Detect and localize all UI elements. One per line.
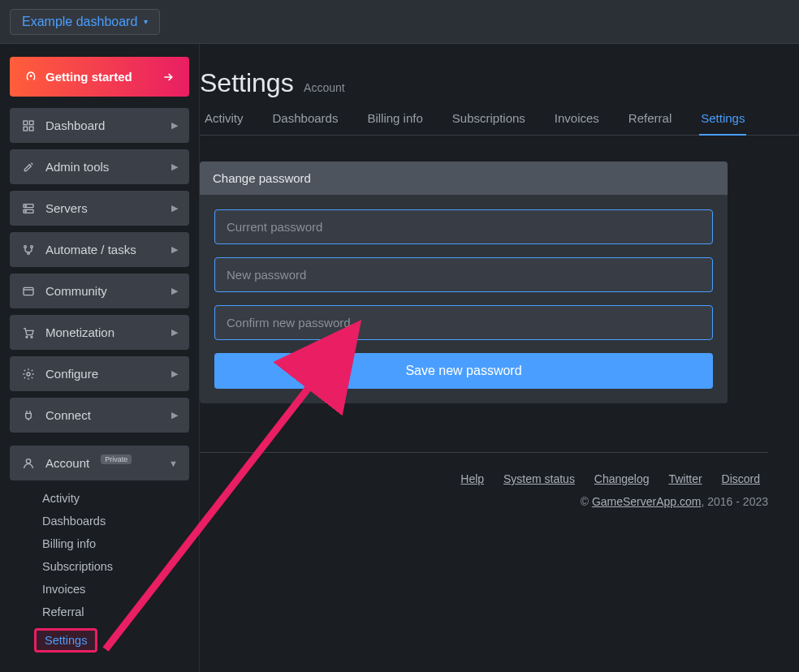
svg-rect-3	[29, 127, 33, 131]
sidebar-item-monetization[interactable]: Monetization ▶	[10, 315, 189, 350]
tools-icon	[21, 161, 36, 174]
user-icon	[21, 457, 36, 470]
copyright-prefix: ©	[581, 495, 592, 508]
main-content: Settings Account Activity Dashboards Bil…	[199, 44, 799, 672]
footer-link-discord[interactable]: Discord	[722, 472, 760, 485]
chevron-right-icon: ▶	[171, 203, 178, 213]
svg-rect-2	[24, 127, 28, 131]
chevron-right-icon: ▶	[171, 244, 178, 255]
rocket-icon	[24, 71, 37, 84]
svg-point-15	[26, 459, 30, 463]
chevron-right-icon: ▶	[171, 120, 178, 131]
dashboard-selector[interactable]: Example dashboard ▾	[10, 9, 160, 35]
footer-link-twitter[interactable]: Twitter	[668, 472, 702, 485]
window-icon	[21, 285, 36, 298]
sidebar-item-label: Configure	[45, 367, 98, 381]
sub-item-activity[interactable]: Activity	[13, 487, 189, 510]
svg-point-6	[25, 205, 26, 206]
sidebar-item-label: Community	[45, 284, 107, 298]
branch-icon	[21, 243, 36, 256]
tabs: Activity Dashboards Billing info Subscri…	[200, 103, 799, 136]
footer: Help System status Changelog Twitter Dis…	[200, 452, 768, 508]
sub-item-dashboards[interactable]: Dashboards	[13, 510, 189, 532]
cart-icon	[21, 326, 36, 339]
sidebar-item-dashboard[interactable]: Dashboard ▶	[10, 108, 189, 143]
dashboard-selector-label: Example dashboard	[22, 15, 137, 29]
new-password-input[interactable]	[214, 257, 713, 292]
tab-subscriptions[interactable]: Subscriptions	[451, 103, 527, 135]
svg-rect-1	[29, 121, 33, 125]
svg-point-13	[31, 336, 32, 338]
sidebar-item-configure[interactable]: Configure ▶	[10, 356, 189, 391]
getting-started-label: Getting started	[45, 70, 132, 84]
grid-icon	[21, 119, 36, 132]
svg-point-8	[24, 245, 27, 248]
chevron-right-icon: ▶	[171, 368, 178, 379]
sidebar-item-label: Account	[45, 456, 89, 470]
arrow-right-icon	[162, 71, 175, 84]
panel-title: Change password	[200, 162, 728, 195]
sidebar-item-account[interactable]: Account Private ▼	[10, 446, 189, 480]
page-title: Settings	[200, 68, 294, 97]
sub-item-referral[interactable]: Referral	[13, 601, 189, 623]
sidebar-item-label: Monetization	[45, 325, 114, 339]
tab-dashboards[interactable]: Dashboards	[271, 103, 340, 135]
sidebar-item-connect[interactable]: Connect ▶	[10, 398, 189, 433]
sidebar-item-admin-tools[interactable]: Admin tools ▶	[10, 149, 189, 184]
sub-item-settings[interactable]: Settings	[13, 623, 189, 657]
sidebar-item-community[interactable]: Community ▶	[10, 274, 189, 308]
sidebar-item-label: Servers	[45, 201, 88, 215]
sidebar-item-label: Connect	[45, 408, 91, 422]
sidebar-item-servers[interactable]: Servers ▶	[10, 191, 189, 226]
sidebar-item-label: Dashboard	[45, 118, 105, 132]
sub-item-invoices[interactable]: Invoices	[13, 578, 189, 601]
tab-activity[interactable]: Activity	[203, 103, 245, 135]
svg-point-14	[27, 373, 30, 376]
account-submenu: Activity Dashboards Billing info Subscri…	[10, 487, 189, 657]
footer-link-gsa[interactable]: GameServerApp.com	[592, 495, 702, 508]
sidebar-item-label: Automate / tasks	[45, 243, 136, 256]
svg-point-12	[26, 336, 28, 338]
footer-link-changelog[interactable]: Changelog	[594, 472, 650, 485]
sidebar-item-label: Admin tools	[45, 160, 109, 174]
confirm-password-input[interactable]	[214, 305, 713, 340]
chevron-down-icon: ▾	[144, 17, 148, 26]
sidebar: Getting started Dashboard ▶ Admin tools …	[0, 44, 199, 672]
footer-link-status[interactable]: System status	[503, 472, 575, 485]
footer-link-help[interactable]: Help	[460, 472, 484, 485]
tab-invoices[interactable]: Invoices	[553, 103, 601, 135]
change-password-panel: Change password Save new password	[200, 162, 728, 403]
svg-point-9	[31, 245, 33, 248]
gear-icon	[21, 368, 36, 381]
chevron-right-icon: ▶	[171, 410, 178, 420]
tab-referral[interactable]: Referral	[627, 103, 673, 135]
server-icon	[21, 202, 36, 215]
svg-rect-11	[24, 287, 33, 295]
chevron-right-icon: ▶	[171, 286, 178, 296]
svg-point-7	[25, 210, 26, 211]
tab-billing[interactable]: Billing info	[365, 103, 424, 135]
tab-settings[interactable]: Settings	[699, 103, 746, 135]
page-subtitle: Account	[304, 81, 345, 94]
getting-started-button[interactable]: Getting started	[10, 57, 189, 97]
chevron-right-icon: ▶	[171, 162, 178, 172]
current-password-input[interactable]	[214, 209, 713, 244]
sub-item-billing[interactable]: Billing info	[13, 532, 189, 555]
chevron-right-icon: ▶	[171, 327, 178, 338]
plug-icon	[21, 409, 36, 422]
sidebar-item-automate[interactable]: Automate / tasks ▶	[10, 232, 189, 267]
svg-rect-0	[24, 121, 28, 125]
chevron-down-icon: ▼	[169, 459, 178, 468]
sub-item-subscriptions[interactable]: Subscriptions	[13, 555, 189, 578]
private-badge: Private	[101, 454, 132, 464]
copyright-suffix: , 2016 - 2023	[701, 495, 768, 508]
annotation-highlight: Settings	[34, 628, 97, 653]
save-password-button[interactable]: Save new password	[214, 353, 713, 389]
